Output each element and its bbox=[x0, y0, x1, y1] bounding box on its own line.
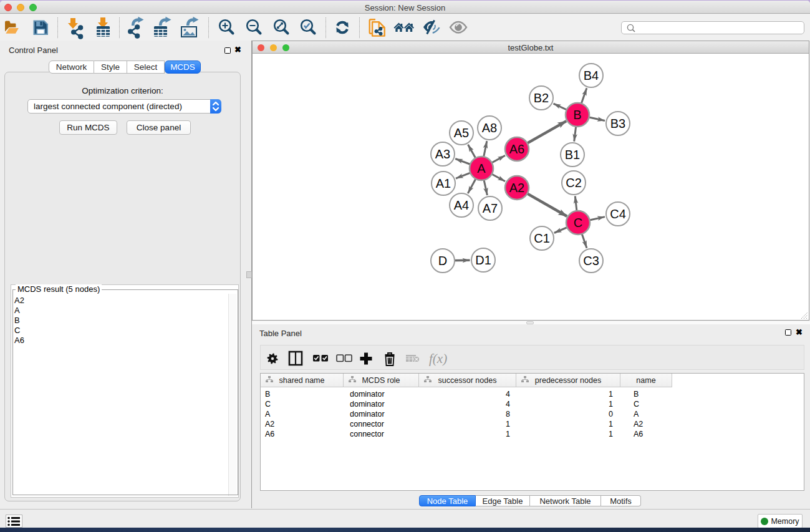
svg-text:C1: C1 bbox=[534, 231, 550, 245]
svg-text:A1: A1 bbox=[436, 177, 451, 190]
svg-text:B4: B4 bbox=[584, 69, 599, 82]
svg-text:B1: B1 bbox=[565, 148, 580, 162]
svg-text:A3: A3 bbox=[435, 147, 450, 161]
svg-text:A6: A6 bbox=[509, 142, 524, 156]
svg-text:D1: D1 bbox=[475, 253, 491, 267]
svg-text:A8: A8 bbox=[482, 121, 497, 135]
svg-text:A5: A5 bbox=[454, 126, 469, 140]
svg-text:A4: A4 bbox=[454, 198, 469, 212]
svg-text:A7: A7 bbox=[483, 201, 498, 215]
svg-text:C4: C4 bbox=[610, 207, 626, 221]
svg-text:A: A bbox=[477, 162, 486, 175]
svg-text:B3: B3 bbox=[610, 117, 625, 130]
svg-text:C: C bbox=[574, 216, 582, 230]
svg-text:B2: B2 bbox=[534, 91, 549, 105]
svg-text:C3: C3 bbox=[583, 254, 599, 268]
svg-text:A2: A2 bbox=[509, 181, 524, 195]
svg-text:D: D bbox=[438, 254, 447, 268]
svg-text:f(x): f(x) bbox=[429, 351, 447, 366]
svg-text:C2: C2 bbox=[566, 176, 582, 190]
svg-text:B: B bbox=[573, 108, 581, 122]
